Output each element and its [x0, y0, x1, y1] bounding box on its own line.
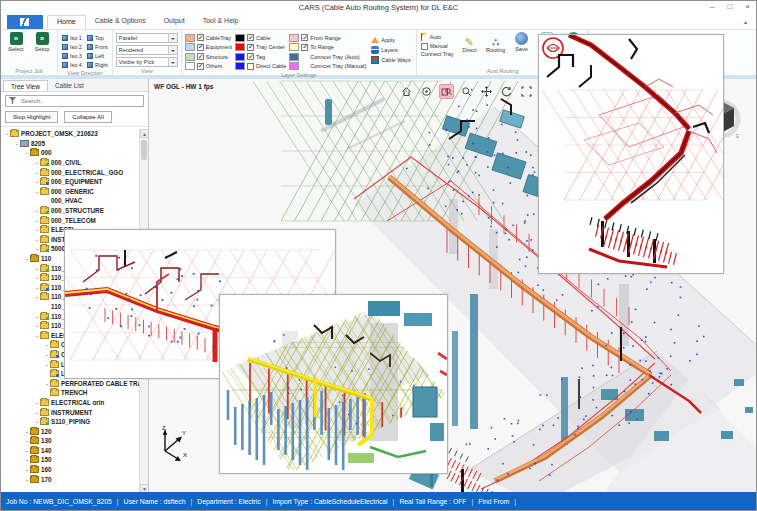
layer-settings-button[interactable]: Layers: [371, 46, 410, 54]
layer-toggle[interactable]: Tray Center: [235, 43, 286, 53]
auto-routing-auto-option[interactable]: Auto: [421, 33, 454, 41]
view-direction-button[interactable]: Iso 2: [62, 42, 82, 51]
close-icon[interactable]: ×: [745, 2, 750, 11]
tree-item[interactable]: 000_HVAC: [1, 196, 139, 206]
layer-checkbox[interactable]: [197, 63, 204, 70]
project-job-button[interactable]: » Select: [4, 32, 28, 52]
tree-item[interactable]: - S110_PIPING: [1, 417, 139, 427]
view-direction-button[interactable]: Left: [87, 51, 108, 60]
layer-toggle[interactable]: Direct Cable: [235, 62, 286, 72]
auto-routing-manual-option[interactable]: Manual: [421, 43, 454, 50]
tree-item[interactable]: - 000_TELECOM: [1, 215, 139, 225]
layer-toggle[interactable]: Conncet Tray (Manual): [289, 62, 366, 72]
zoom-icon[interactable]: [459, 84, 474, 99]
layer-toggle[interactable]: To Range: [289, 43, 366, 53]
view-direction-button[interactable]: Top: [87, 33, 108, 42]
ribbon-tab[interactable]: Cable & Options: [86, 15, 155, 29]
compass-e-label: E: [736, 133, 740, 139]
layer-settings-button[interactable]: Apply: [371, 36, 410, 44]
pan-icon[interactable]: [479, 84, 494, 99]
layer-toggle[interactable]: Conncet Tray (Auto): [289, 52, 366, 62]
auto-routing-button[interactable]: Routing: [482, 32, 508, 53]
tree-item[interactable]: - 000_STRUCTURE: [1, 206, 139, 216]
maximize-icon[interactable]: □: [727, 2, 732, 11]
layer-checkbox[interactable]: [197, 53, 204, 60]
layer-toggle[interactable]: CableTray: [185, 33, 232, 43]
tree-item[interactable]: - ELECTRICAL orin: [1, 398, 139, 408]
view-dropdown[interactable]: Rendered: [116, 45, 178, 55]
scroll-up-icon[interactable]: ▲: [140, 129, 148, 138]
tree-item[interactable]: - 000_ELECTRICAL_GGO: [1, 167, 139, 177]
tree-item[interactable]: - 120: [1, 426, 139, 436]
auto-routing-button[interactable]: Save: [508, 32, 534, 53]
manual-checkbox[interactable]: [421, 43, 428, 50]
layer-checkbox[interactable]: [247, 34, 254, 41]
chevron-down-icon[interactable]: [168, 46, 177, 54]
tree-item[interactable]: - 160: [1, 465, 139, 475]
home-icon[interactable]: [399, 84, 414, 99]
tree-item[interactable]: - PROJECT_OMSK_210623: [1, 129, 139, 139]
layer-toggle[interactable]: Structure: [185, 52, 232, 62]
search-input[interactable]: [19, 97, 140, 105]
zoom-window-icon[interactable]: [439, 84, 454, 99]
view-dropdown[interactable]: Visible by Pick: [116, 57, 178, 67]
sidebar-tab[interactable]: Tree View: [3, 80, 48, 91]
layer-checkbox[interactable]: [247, 53, 254, 60]
tree-item[interactable]: TRENCH: [1, 388, 139, 398]
layer-toggle[interactable]: Cable: [235, 33, 286, 43]
view-direction-button[interactable]: Iso 1: [62, 33, 82, 42]
tree-item[interactable]: - 170: [1, 474, 139, 484]
chevron-down-icon[interactable]: [168, 58, 177, 66]
fit-view-icon[interactable]: [519, 84, 534, 99]
ribbon-collapse-icon[interactable]: ▲: [743, 19, 748, 25]
connect-tray-label[interactable]: Connect Tray: [421, 51, 454, 57]
layer-toggle[interactable]: Others: [185, 62, 232, 72]
auto-routing-button[interactable]: Direct: [456, 32, 482, 53]
tree-item[interactable]: - 000_CIVIL: [1, 158, 139, 168]
ribbon-tab[interactable]: Output: [155, 15, 194, 29]
minimize-icon[interactable]: –: [710, 2, 714, 11]
view-direction-button[interactable]: Iso 4: [62, 60, 82, 69]
layer-toggle[interactable]: From Range: [289, 33, 366, 43]
folder-icon: [50, 361, 59, 368]
axis-y-label: Y: [182, 430, 186, 436]
view-direction-button[interactable]: Right: [87, 60, 108, 69]
sidebar-tab[interactable]: Cable List: [48, 80, 91, 91]
layer-toggle[interactable]: Equipment: [185, 43, 232, 53]
ribbon-tab[interactable]: Home: [47, 15, 86, 29]
view-direction-button[interactable]: Iso 3: [62, 51, 82, 60]
rotate-icon[interactable]: [499, 84, 514, 99]
folder-icon: [30, 428, 39, 435]
tree-item[interactable]: - 8205: [1, 139, 139, 149]
iso-cube-icon: [87, 62, 93, 68]
layer-checkbox[interactable]: [247, 44, 254, 51]
chevron-down-icon[interactable]: [168, 34, 177, 42]
layer-checkbox[interactable]: [301, 44, 308, 51]
layer-settings-button[interactable]: Cable Ways: [371, 56, 410, 64]
tree-item[interactable]: - 000: [1, 148, 139, 158]
layer-color-swatch: [185, 34, 195, 42]
layer-checkbox[interactable]: [247, 63, 254, 70]
view-dropdown[interactable]: Parallel: [116, 33, 178, 43]
sidebar-button[interactable]: Collapse All: [64, 111, 111, 123]
view-direction-button[interactable]: Front: [87, 42, 108, 51]
sidebar-button[interactable]: Stop Highlight: [5, 111, 58, 123]
tree-item[interactable]: - INSTRUMENT: [1, 407, 139, 417]
layer-settings-button-icon: [371, 56, 379, 64]
tree-item[interactable]: - 130: [1, 436, 139, 446]
layer-checkbox[interactable]: [197, 34, 204, 41]
layer-toggle[interactable]: Tag: [235, 52, 286, 62]
app-menu-button[interactable]: [7, 15, 43, 29]
tree-item[interactable]: - 000_EQUIPMENT: [1, 177, 139, 187]
tree-item[interactable]: - PERFORATED CABLE TRAY: [1, 378, 139, 388]
tree-item[interactable]: - 140: [1, 446, 139, 456]
tree-item[interactable]: - 000_GENERIC: [1, 187, 139, 197]
ribbon-tab[interactable]: Tool & Help: [194, 15, 248, 29]
orbit-icon[interactable]: [419, 84, 434, 99]
tree-search-box[interactable]: [5, 95, 144, 107]
project-job-button[interactable]: » Setup: [30, 32, 54, 52]
layer-checkbox[interactable]: [301, 34, 308, 41]
tree-item[interactable]: - 150: [1, 455, 139, 465]
layer-checkbox[interactable]: [197, 44, 204, 51]
scroll-thumb[interactable]: [141, 140, 147, 160]
